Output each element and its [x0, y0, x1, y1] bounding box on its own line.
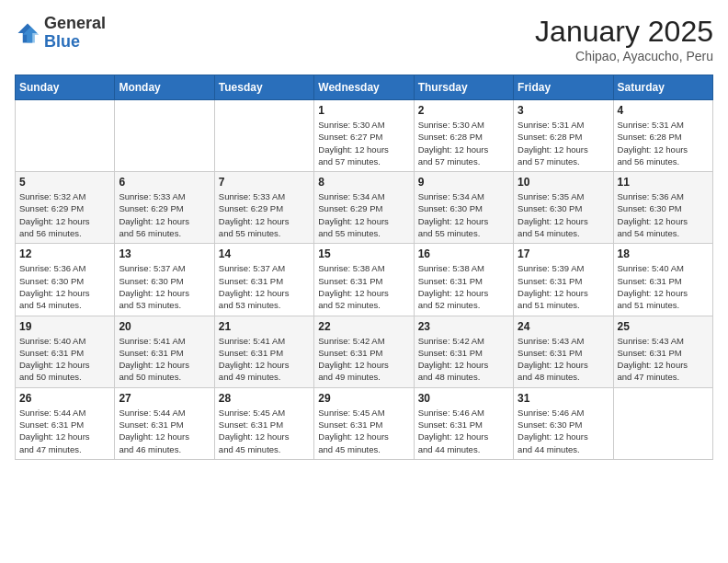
day-number: 18 — [618, 247, 709, 260]
day-number: 30 — [418, 392, 509, 405]
calendar-cell — [16, 100, 115, 172]
day-info: Sunrise: 5:36 AM Sunset: 6:30 PM Dayligh… — [19, 262, 110, 311]
calendar-cell: 3Sunrise: 5:31 AM Sunset: 6:28 PM Daylig… — [514, 100, 613, 172]
calendar-cell: 17Sunrise: 5:39 AM Sunset: 6:31 PM Dayli… — [514, 244, 613, 316]
calendar-cell: 27Sunrise: 5:44 AM Sunset: 6:31 PM Dayli… — [115, 387, 214, 459]
calendar-header: SundayMondayTuesdayWednesdayThursdayFrid… — [16, 75, 713, 100]
calendar-cell: 2Sunrise: 5:30 AM Sunset: 6:28 PM Daylig… — [414, 100, 513, 172]
day-info: Sunrise: 5:45 AM Sunset: 6:31 PM Dayligh… — [219, 407, 310, 455]
day-info: Sunrise: 5:37 AM Sunset: 6:30 PM Dayligh… — [119, 262, 210, 311]
day-number: 20 — [119, 320, 210, 333]
day-info: Sunrise: 5:36 AM Sunset: 6:30 PM Dayligh… — [618, 190, 709, 239]
calendar-week-4: 19Sunrise: 5:40 AM Sunset: 6:31 PM Dayli… — [16, 316, 713, 387]
day-number: 28 — [219, 392, 310, 405]
calendar-cell: 29Sunrise: 5:45 AM Sunset: 6:31 PM Dayli… — [314, 387, 414, 459]
month-title: January 2025 — [535, 15, 713, 49]
day-number: 9 — [418, 176, 509, 189]
calendar-cell: 14Sunrise: 5:37 AM Sunset: 6:31 PM Dayli… — [214, 244, 313, 316]
day-number: 2 — [418, 104, 509, 117]
day-number: 10 — [518, 176, 609, 189]
day-number: 4 — [618, 104, 709, 117]
day-info: Sunrise: 5:42 AM Sunset: 6:31 PM Dayligh… — [318, 335, 409, 384]
day-info: Sunrise: 5:34 AM Sunset: 6:30 PM Dayligh… — [418, 190, 509, 239]
calendar-cell: 15Sunrise: 5:38 AM Sunset: 6:31 PM Dayli… — [314, 244, 414, 316]
day-info: Sunrise: 5:38 AM Sunset: 6:31 PM Dayligh… — [418, 262, 509, 311]
day-number: 8 — [318, 176, 409, 189]
calendar-cell: 1Sunrise: 5:30 AM Sunset: 6:27 PM Daylig… — [314, 100, 414, 172]
day-info: Sunrise: 5:33 AM Sunset: 6:29 PM Dayligh… — [119, 190, 210, 239]
day-info: Sunrise: 5:46 AM Sunset: 6:30 PM Dayligh… — [518, 407, 609, 455]
calendar-cell: 30Sunrise: 5:46 AM Sunset: 6:31 PM Dayli… — [414, 387, 513, 459]
calendar-cell: 12Sunrise: 5:36 AM Sunset: 6:30 PM Dayli… — [16, 244, 115, 316]
day-info: Sunrise: 5:45 AM Sunset: 6:31 PM Dayligh… — [318, 407, 409, 455]
day-info: Sunrise: 5:44 AM Sunset: 6:31 PM Dayligh… — [119, 407, 210, 455]
calendar-week-5: 26Sunrise: 5:44 AM Sunset: 6:31 PM Dayli… — [16, 387, 713, 459]
calendar-cell — [613, 387, 712, 459]
day-info: Sunrise: 5:30 AM Sunset: 6:28 PM Dayligh… — [418, 119, 509, 167]
calendar-cell: 6Sunrise: 5:33 AM Sunset: 6:29 PM Daylig… — [115, 172, 214, 244]
day-info: Sunrise: 5:31 AM Sunset: 6:28 PM Dayligh… — [518, 119, 609, 167]
day-number: 6 — [119, 176, 210, 189]
day-header-monday: Monday — [115, 75, 214, 100]
calendar-week-1: 1Sunrise: 5:30 AM Sunset: 6:27 PM Daylig… — [16, 100, 713, 172]
day-header-sunday: Sunday — [16, 75, 115, 100]
day-info: Sunrise: 5:43 AM Sunset: 6:31 PM Dayligh… — [618, 335, 709, 384]
calendar-cell: 5Sunrise: 5:32 AM Sunset: 6:29 PM Daylig… — [16, 172, 115, 244]
calendar-cell — [214, 100, 313, 172]
day-number: 11 — [618, 176, 709, 189]
day-info: Sunrise: 5:32 AM Sunset: 6:29 PM Dayligh… — [19, 190, 110, 239]
logo-text: General Blue — [44, 15, 106, 52]
day-number: 16 — [418, 247, 509, 260]
day-number: 13 — [119, 247, 210, 260]
day-header-saturday: Saturday — [613, 75, 712, 100]
calendar-table: SundayMondayTuesdayWednesdayThursdayFrid… — [15, 75, 713, 460]
page-header: General Blue January 2025 Chipao, Ayacuc… — [15, 15, 713, 63]
day-info: Sunrise: 5:31 AM Sunset: 6:28 PM Dayligh… — [618, 119, 709, 167]
day-number: 26 — [19, 392, 110, 405]
calendar-cell: 31Sunrise: 5:46 AM Sunset: 6:30 PM Dayli… — [514, 387, 613, 459]
location-subtitle: Chipao, Ayacucho, Peru — [535, 49, 713, 63]
day-header-friday: Friday — [514, 75, 613, 100]
calendar-cell: 7Sunrise: 5:33 AM Sunset: 6:29 PM Daylig… — [214, 172, 313, 244]
day-info: Sunrise: 5:42 AM Sunset: 6:31 PM Dayligh… — [418, 335, 509, 384]
calendar-cell: 19Sunrise: 5:40 AM Sunset: 6:31 PM Dayli… — [16, 316, 115, 387]
day-info: Sunrise: 5:35 AM Sunset: 6:30 PM Dayligh… — [518, 190, 609, 239]
day-header-tuesday: Tuesday — [214, 75, 313, 100]
calendar-cell: 24Sunrise: 5:43 AM Sunset: 6:31 PM Dayli… — [514, 316, 613, 387]
day-info: Sunrise: 5:41 AM Sunset: 6:31 PM Dayligh… — [119, 335, 210, 384]
day-info: Sunrise: 5:40 AM Sunset: 6:31 PM Dayligh… — [618, 262, 709, 311]
day-info: Sunrise: 5:46 AM Sunset: 6:31 PM Dayligh… — [418, 407, 509, 455]
calendar-body: 1Sunrise: 5:30 AM Sunset: 6:27 PM Daylig… — [16, 100, 713, 460]
day-number: 31 — [518, 392, 609, 405]
day-info: Sunrise: 5:38 AM Sunset: 6:31 PM Dayligh… — [318, 262, 409, 311]
calendar-cell: 23Sunrise: 5:42 AM Sunset: 6:31 PM Dayli… — [414, 316, 513, 387]
calendar-cell: 21Sunrise: 5:41 AM Sunset: 6:31 PM Dayli… — [214, 316, 313, 387]
day-info: Sunrise: 5:37 AM Sunset: 6:31 PM Dayligh… — [219, 262, 310, 311]
calendar-cell: 9Sunrise: 5:34 AM Sunset: 6:30 PM Daylig… — [414, 172, 513, 244]
days-of-week-row: SundayMondayTuesdayWednesdayThursdayFrid… — [16, 75, 713, 100]
day-number: 27 — [119, 392, 210, 405]
day-number: 1 — [318, 104, 409, 117]
logo: General Blue — [15, 15, 106, 52]
day-number: 15 — [318, 247, 409, 260]
day-number: 29 — [318, 392, 409, 405]
logo-icon — [15, 20, 40, 46]
calendar-week-3: 12Sunrise: 5:36 AM Sunset: 6:30 PM Dayli… — [16, 244, 713, 316]
day-info: Sunrise: 5:33 AM Sunset: 6:29 PM Dayligh… — [219, 190, 310, 239]
day-number: 7 — [219, 176, 310, 189]
calendar-cell: 16Sunrise: 5:38 AM Sunset: 6:31 PM Dayli… — [414, 244, 513, 316]
day-info: Sunrise: 5:34 AM Sunset: 6:29 PM Dayligh… — [318, 190, 409, 239]
day-info: Sunrise: 5:44 AM Sunset: 6:31 PM Dayligh… — [19, 407, 110, 455]
day-info: Sunrise: 5:41 AM Sunset: 6:31 PM Dayligh… — [219, 335, 310, 384]
day-info: Sunrise: 5:39 AM Sunset: 6:31 PM Dayligh… — [518, 262, 609, 311]
title-block: January 2025 Chipao, Ayacucho, Peru — [535, 15, 713, 63]
day-info: Sunrise: 5:40 AM Sunset: 6:31 PM Dayligh… — [19, 335, 110, 384]
day-info: Sunrise: 5:30 AM Sunset: 6:27 PM Dayligh… — [318, 119, 409, 167]
day-header-wednesday: Wednesday — [314, 75, 414, 100]
day-number: 14 — [219, 247, 310, 260]
day-number: 22 — [318, 320, 409, 333]
calendar-cell: 22Sunrise: 5:42 AM Sunset: 6:31 PM Dayli… — [314, 316, 414, 387]
day-info: Sunrise: 5:43 AM Sunset: 6:31 PM Dayligh… — [518, 335, 609, 384]
day-number: 23 — [418, 320, 509, 333]
day-number: 21 — [219, 320, 310, 333]
